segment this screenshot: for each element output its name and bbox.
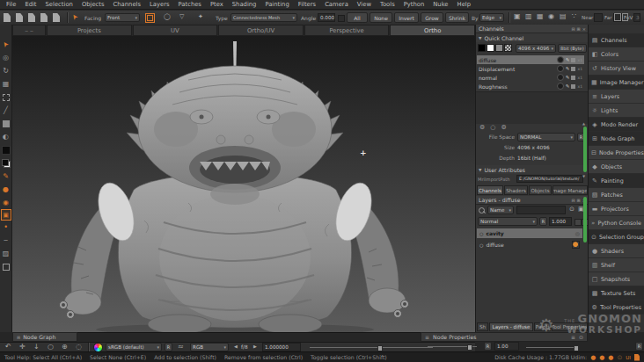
gray-swatch[interactable] xyxy=(495,44,503,52)
import-path-field[interactable]: E:/GNOMON/tutorial/texture/ xyxy=(516,175,583,183)
colorspace-reset-button[interactable]: R xyxy=(165,343,172,351)
select-none-button[interactable]: None xyxy=(370,12,392,23)
visibility-toggle-icon[interactable]: ○ xyxy=(479,243,483,248)
undo-icon[interactable]: ↶ xyxy=(5,344,11,351)
menu-python[interactable]: Python xyxy=(404,1,425,8)
scrollbar[interactable] xyxy=(583,197,587,243)
property-reset-button[interactable]: R xyxy=(484,342,492,351)
scrollbar[interactable] xyxy=(583,127,587,172)
menu-file[interactable]: File xyxy=(6,1,16,8)
near-field[interactable] xyxy=(594,13,603,22)
rotate-tool-icon[interactable]: ↻ xyxy=(1,64,11,77)
blend-mode-dropdown[interactable]: Normal▾ xyxy=(478,217,538,226)
brush-icon[interactable]: ✎ xyxy=(566,75,570,80)
open-project-icon[interactable] xyxy=(16,13,23,22)
lasso-icon[interactable]: ◯ xyxy=(164,14,171,20)
circle-select-icon[interactable]: ○ xyxy=(48,344,54,351)
layer-filter-dropdown[interactable]: Name▾ xyxy=(487,206,514,214)
checker-swatch[interactable] xyxy=(504,44,512,52)
shrink-selection-button[interactable]: Shrink xyxy=(445,12,469,23)
filter-options-icon[interactable]: ⊙ xyxy=(569,206,574,213)
fstop-increase-icon[interactable]: ▶ xyxy=(253,344,257,349)
patch-grid-tool-icon[interactable]: ▦ xyxy=(1,77,11,90)
layer-search-field[interactable] xyxy=(516,206,566,214)
export-icon[interactable] xyxy=(53,13,60,22)
angle-field[interactable]: 0.000 xyxy=(318,13,335,22)
sidebar-item-shelf[interactable]: ▥Shelf xyxy=(589,258,644,272)
tab-uv[interactable]: UV xyxy=(133,25,218,36)
panel-maximize-icon[interactable]: ⊞ xyxy=(577,198,581,203)
select-tool-icon[interactable]: ➤ xyxy=(1,38,11,51)
tab-shaders-collapsed[interactable]: Sh xyxy=(477,322,488,331)
image-view-icon[interactable]: ▥ xyxy=(525,13,532,20)
tab-ortho[interactable]: Ortho xyxy=(390,25,475,36)
menu-help[interactable]: Help xyxy=(457,1,472,8)
gear-icon[interactable]: ⚙ xyxy=(479,124,485,131)
type-dropdown[interactable]: Connectedness Mesh▾ xyxy=(231,13,297,22)
curve-icon[interactable]: ≈ xyxy=(178,344,184,351)
tab-perspective[interactable]: Perspective xyxy=(304,25,390,36)
smear-tool-icon[interactable]: ● xyxy=(1,183,11,196)
property-value-field[interactable]: 1.00 xyxy=(494,342,519,351)
panel-tab-image-manager[interactable]: Image Manager xyxy=(553,185,588,195)
save-project-icon[interactable] xyxy=(28,13,35,22)
gain-field[interactable]: 1.000000 xyxy=(262,343,301,351)
panel-minimize-icon[interactable]: ⊟ xyxy=(571,198,574,203)
facing-dropdown[interactable]: Front▾ xyxy=(105,13,140,22)
sidebar-item-modo-render[interactable]: ◈Modo Render xyxy=(589,118,644,132)
import-icon[interactable] xyxy=(40,13,48,22)
bitdepth-dropdown[interactable]: 8bit (Byte)▾ xyxy=(558,44,587,53)
sidebar-item-node-properties[interactable]: ⊟Node Properties xyxy=(589,146,644,160)
blend-amount-field[interactable]: 1.000 xyxy=(549,217,572,226)
sidebar-item-painting[interactable]: ✎Painting xyxy=(589,174,644,188)
panel-maximize-icon[interactable]: ⊞ xyxy=(577,26,581,32)
visibility-toggle-icon[interactable]: ○ xyxy=(479,231,483,236)
channel-row-displacement[interactable]: Displacement ✎x1 xyxy=(477,64,584,73)
select-cursor-icon[interactable]: ➤ xyxy=(70,12,79,21)
panel-tab-objects[interactable]: Objects xyxy=(529,185,552,195)
move-icon[interactable]: ✛ xyxy=(19,344,26,351)
angle-checkbox[interactable] xyxy=(338,15,345,22)
marquee-tool-icon[interactable] xyxy=(1,90,11,104)
select-all-button[interactable]: All xyxy=(347,12,368,23)
panel-tab-channels[interactable]: Channels xyxy=(477,185,503,195)
sidebar-item-texture-sets[interactable]: ▩Texture Sets xyxy=(589,286,644,300)
foreground-color-swatch[interactable] xyxy=(1,143,11,156)
sidebar-item-projectors[interactable]: ▬Projectors xyxy=(589,202,644,216)
collapse-arrow-icon[interactable]: ▼ xyxy=(479,36,481,40)
colorspace-dropdown[interactable]: sRGB (default)▾ xyxy=(106,343,162,351)
invert-selection-button[interactable]: Invert xyxy=(394,12,419,23)
sidebar-item-shaders[interactable]: ●Shaders xyxy=(589,244,644,258)
sync-icon[interactable]: ○ xyxy=(490,124,495,131)
crop-tool-icon[interactable] xyxy=(1,260,11,273)
tab-projects[interactable]: Projects xyxy=(47,25,132,36)
menu-view[interactable]: View xyxy=(357,1,371,8)
brush-icon[interactable]: ✎ xyxy=(566,57,570,62)
file-space-dropdown[interactable]: NORMAL▾ xyxy=(517,133,575,141)
panel-tab-shaders[interactable]: Shaders xyxy=(504,185,528,195)
layer-row-cavity[interactable]: ○ cavity ◎ xyxy=(477,228,582,238)
cache-dim-icon[interactable]: ⊙ xyxy=(617,354,622,361)
menu-patches[interactable]: Patches xyxy=(179,1,201,8)
measure-tool-icon[interactable]: ╱ xyxy=(1,104,11,117)
panel-close-icon[interactable]: × xyxy=(582,26,586,32)
dock-icon[interactable] xyxy=(614,13,628,21)
white-swatch[interactable] xyxy=(487,44,494,52)
cache-status-icon[interactable]: ● xyxy=(599,354,604,361)
black-swatch[interactable] xyxy=(478,44,486,52)
cache-status-icon[interactable]: ● xyxy=(608,354,613,361)
view-tab-options-icon[interactable]: ‒‒ xyxy=(12,25,46,36)
resolution-dropdown[interactable]: 4096 x 4096▾ xyxy=(516,44,556,53)
channel-row-normal[interactable]: normal ✎x1 xyxy=(477,73,584,82)
pattern-tool-icon[interactable]: ▨ xyxy=(1,247,11,260)
menu-shading[interactable]: Shading xyxy=(232,1,257,8)
dodge-tool-icon[interactable]: • xyxy=(1,221,11,234)
sidebar-item-objects[interactable]: ◆Objects xyxy=(589,160,644,174)
brush-icon[interactable]: ✎ xyxy=(566,83,570,89)
tab-ortho-uv[interactable]: Ortho/UV xyxy=(218,25,304,36)
menu-layers[interactable]: Layers xyxy=(150,1,170,8)
checker-view-icon[interactable]: ▦ xyxy=(537,13,544,20)
menu-camera[interactable]: Camera xyxy=(325,1,348,8)
quick-channel-section[interactable]: ▼ Quick Channel xyxy=(476,33,588,42)
layer-mode-icon[interactable]: ◎ xyxy=(575,230,580,236)
